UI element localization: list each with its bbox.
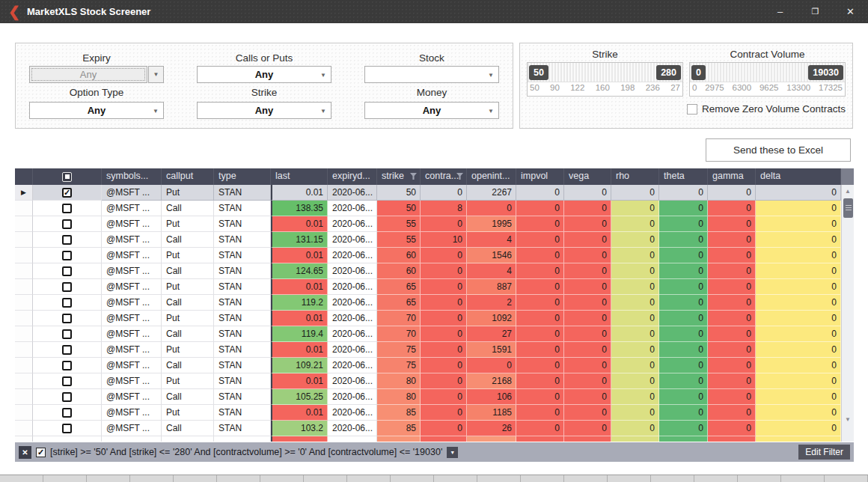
table-cell-impvol[interactable] xyxy=(516,436,564,442)
table-cell-rho[interactable]: 0 xyxy=(611,279,659,295)
table-cell-contractvolume[interactable]: 0 xyxy=(421,358,467,373)
table-cell-last[interactable]: 0.01 xyxy=(271,185,328,201)
table-cell-callput[interactable]: Put xyxy=(162,373,214,389)
table-cell-vega[interactable]: 0 xyxy=(564,311,611,326)
table-cell-delta[interactable]: 0 xyxy=(756,342,841,358)
table-cell-delta[interactable]: 0 xyxy=(756,216,841,232)
table-cell-contractvolume[interactable]: 10 xyxy=(421,232,467,248)
table-cell-symbol[interactable]: @MSFT ... xyxy=(102,185,162,201)
table-cell-expiry[interactable]: 2020-06... xyxy=(328,216,377,232)
table-cell-vega[interactable]: 0 xyxy=(564,389,611,405)
table-cell-strike[interactable]: 60 xyxy=(377,248,421,263)
table-cell-rho[interactable]: 0 xyxy=(611,263,659,279)
table-cell-expiry[interactable]: 2020-06... xyxy=(328,405,377,421)
table-cell-gamma[interactable]: 0 xyxy=(708,263,756,279)
table-cell-impvol[interactable]: 0 xyxy=(516,263,564,279)
row-select-gutter[interactable] xyxy=(15,389,33,405)
table-cell-strike[interactable]: 70 xyxy=(377,326,421,342)
table-cell-vega[interactable]: 0 xyxy=(564,216,611,232)
table-cell-expiry[interactable]: 2020-06... xyxy=(328,248,377,263)
table-cell-type[interactable]: STAN xyxy=(214,232,271,248)
table-cell-strike[interactable]: 75 xyxy=(377,358,421,373)
table-cell-last[interactable]: 0.01 xyxy=(271,279,328,295)
table-cell-gamma[interactable]: 0 xyxy=(708,326,756,342)
column-header-contra[interactable]: contra... xyxy=(421,168,467,185)
table-cell-symbol[interactable]: @MSFT ... xyxy=(102,373,162,389)
table-cell-strike[interactable]: 80 xyxy=(377,389,421,405)
row-select-gutter[interactable] xyxy=(15,342,33,358)
table-cell-symbol[interactable]: @MSFT ... xyxy=(102,216,162,232)
table-cell-impvol[interactable]: 0 xyxy=(516,311,564,326)
contract-volume-slider-track[interactable]: 0 19030 xyxy=(690,63,845,82)
table-cell-impvol[interactable]: 0 xyxy=(516,421,564,436)
table-cell-openint[interactable]: 4 xyxy=(467,232,516,248)
table-cell-vega[interactable]: 0 xyxy=(564,232,611,248)
row-select-gutter[interactable]: ▶ xyxy=(15,185,33,201)
table-cell-rho[interactable]: 0 xyxy=(611,342,659,358)
table-cell-callput[interactable]: Put xyxy=(162,216,214,232)
row-checkbox[interactable] xyxy=(62,408,72,418)
table-cell-type[interactable]: STAN xyxy=(214,311,271,326)
table-cell-last[interactable]: 105.25 xyxy=(271,389,328,405)
table-cell-symbol[interactable]: @MSFT ... xyxy=(102,201,162,216)
row-checkbox[interactable] xyxy=(62,361,72,370)
table-cell-theta[interactable]: 0 xyxy=(659,263,708,279)
table-cell-theta[interactable]: 0 xyxy=(659,295,708,311)
table-cell-delta[interactable]: 0 xyxy=(756,232,841,248)
table-cell-rho[interactable]: 0 xyxy=(611,248,659,263)
table-cell-theta[interactable]: 0 xyxy=(659,185,708,201)
money-dropdown[interactable]: Any ▼ xyxy=(364,102,499,119)
column-header-openint[interactable]: openint... xyxy=(467,168,516,185)
contract-volume-min-handle[interactable]: 0 xyxy=(691,65,706,80)
table-cell-expiry[interactable]: 2020-06... xyxy=(328,358,377,373)
edit-filter-button[interactable]: Edit Filter xyxy=(798,445,850,460)
table-cell-type[interactable]: STAN xyxy=(214,216,271,232)
row-select-gutter[interactable] xyxy=(15,279,33,295)
table-cell-openint[interactable]: 4 xyxy=(467,263,516,279)
table-cell-expiry[interactable]: 2020-06... xyxy=(328,421,377,436)
expiry-dropdown-arrow-icon[interactable]: ▼ xyxy=(148,66,164,83)
close-button[interactable]: ✕ xyxy=(833,0,868,23)
row-checkbox[interactable] xyxy=(62,345,72,355)
row-checkbox[interactable] xyxy=(62,282,72,292)
table-cell-gamma[interactable]: 0 xyxy=(708,216,756,232)
table-cell-expiry[interactable]: 2020-06... xyxy=(328,373,377,389)
table-cell-callput[interactable]: Put xyxy=(162,248,214,263)
table-cell-impvol[interactable]: 0 xyxy=(516,216,564,232)
table-cell-openint[interactable]: 2 xyxy=(467,295,516,311)
table-cell-strike[interactable]: 85 xyxy=(377,421,421,436)
table-cell-strike[interactable]: 85 xyxy=(377,405,421,421)
table-cell-expiry[interactable]: 2020-06... xyxy=(328,185,377,201)
table-cell-delta[interactable]: 0 xyxy=(756,248,841,263)
table-cell-rho[interactable]: 0 xyxy=(611,295,659,311)
table-cell-symbol[interactable]: @MSFT ... xyxy=(102,421,162,436)
table-cell-contractvolume[interactable]: 0 xyxy=(421,342,467,358)
table-cell-type[interactable]: STAN xyxy=(214,201,271,216)
table-cell-theta[interactable]: 0 xyxy=(659,358,708,373)
table-cell-callput[interactable]: Put xyxy=(162,311,214,326)
table-cell-last[interactable]: 103.2 xyxy=(271,421,328,436)
table-cell-vega[interactable] xyxy=(564,436,611,442)
table-cell-symbol[interactable]: @MSFT ... xyxy=(102,295,162,311)
strike-max-handle[interactable]: 280 xyxy=(656,65,681,80)
column-header-delta[interactable]: delta xyxy=(756,168,841,185)
column-filter-icon[interactable] xyxy=(456,173,463,180)
table-cell-delta[interactable]: 0 xyxy=(756,311,841,326)
table-cell-strike[interactable] xyxy=(377,436,421,442)
table-cell-impvol[interactable]: 0 xyxy=(516,185,564,201)
table-cell-symbol[interactable]: @MSFT ... xyxy=(102,311,162,326)
row-select-gutter[interactable] xyxy=(15,358,33,373)
table-cell-expiry[interactable]: 2020-06... xyxy=(328,389,377,405)
table-cell-contractvolume[interactable]: 0 xyxy=(421,326,467,342)
table-cell-expiry[interactable]: 2020-06... xyxy=(328,201,377,216)
table-cell-rho[interactable]: 0 xyxy=(611,421,659,436)
table-cell-theta[interactable]: 0 xyxy=(659,342,708,358)
table-cell-impvol[interactable]: 0 xyxy=(516,373,564,389)
table-cell-callput[interactable]: Put xyxy=(162,279,214,295)
table-cell-symbol[interactable]: @MSFT ... xyxy=(102,405,162,421)
table-cell-openint[interactable]: 1092 xyxy=(467,311,516,326)
table-cell-last[interactable]: 0.01 xyxy=(271,405,328,421)
option-type-dropdown[interactable]: Any ▼ xyxy=(29,102,164,119)
row-select-gutter[interactable] xyxy=(15,311,33,326)
maximize-button[interactable]: ❐ xyxy=(798,0,833,23)
